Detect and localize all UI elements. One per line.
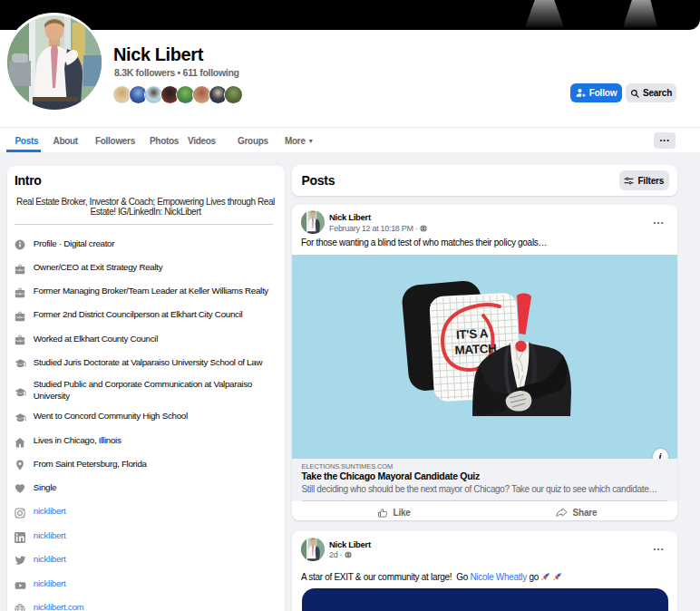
svg-text:IT'S A: IT'S A	[455, 326, 489, 342]
